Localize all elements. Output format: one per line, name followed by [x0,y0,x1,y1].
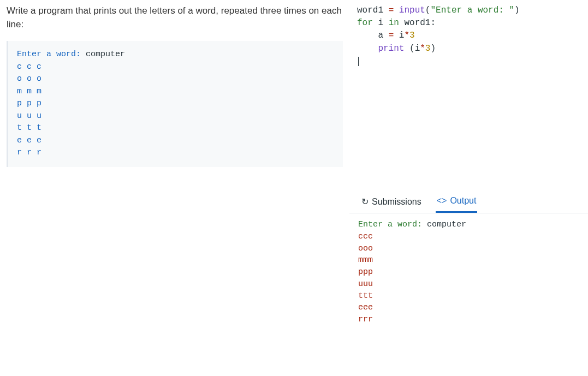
code-token [394,5,399,15]
output-line: ccc [358,232,373,241]
example-input: computer [86,50,125,59]
code-token: * [404,31,409,40]
example-line: r r r [17,148,41,157]
tab-output[interactable]: <> Output [436,193,478,213]
code-token: * [420,44,425,53]
code-token: i [415,44,420,53]
code-token: print [378,44,404,53]
tab-submissions[interactable]: ↻ Submissions [360,194,423,212]
code-token: i [399,31,405,40]
output-user-input: computer [427,220,466,229]
code-icon: <> [437,196,447,205]
output-line: ooo [358,244,373,253]
code-token: : [430,18,436,28]
code-token: in [389,18,399,28]
output-line: rrr [358,315,373,324]
tab-output-label: Output [450,196,476,206]
code-token [357,44,378,53]
code-token: 3 [425,44,431,53]
code-token [383,18,389,28]
code-token [399,18,405,28]
output-line: ppp [358,267,373,277]
output-line: eee [358,303,373,312]
example-output-block: Enter a word: computer c c c o o o m m m… [7,41,343,167]
output-prompt: Enter a word: [358,220,422,229]
editor-panel: word1 = input("Enter a word: ") for i in… [349,0,588,376]
code-token [394,31,399,40]
problem-statement: Write a program that prints out the lett… [7,4,343,31]
code-token: input [399,5,425,15]
code-token [373,18,378,28]
code-token: word1 [404,18,430,28]
output-tabs: ↻ Submissions <> Output [349,188,588,213]
example-line: e e e [17,136,41,145]
code-token: ) [430,44,436,53]
code-token: 3 [409,31,415,40]
code-editor[interactable]: word1 = input("Enter a word: ") for i in… [349,0,588,188]
text-cursor [358,57,359,66]
output-line: mmm [358,255,373,265]
code-token: word1 [357,5,383,15]
code-token: ( [404,44,414,53]
example-line: u u u [17,111,41,121]
example-line: t t t [17,123,41,133]
example-prompt: Enter a word: [17,50,81,59]
code-token [383,31,389,40]
example-line: p p p [17,99,41,108]
output-line: ttt [358,291,373,301]
code-token: ) [514,5,520,15]
tab-submissions-label: Submissions [372,197,421,207]
code-token [383,5,389,15]
example-line: m m m [17,87,41,96]
history-icon: ↻ [361,198,369,206]
problem-panel: Write a program that prints out the lett… [0,0,349,376]
example-line: o o o [17,74,41,83]
code-token: for [357,18,373,28]
output-line: uuu [358,279,373,289]
code-token: = [389,31,394,40]
code-token: = [389,5,394,15]
code-token: "Enter a word: " [430,5,514,15]
code-token [357,31,378,40]
program-output: Enter a word: computer ccc ooo mmm ppp u… [349,213,588,335]
example-line: c c c [17,62,41,71]
code-token: i [378,18,383,28]
code-token: a [378,31,383,40]
